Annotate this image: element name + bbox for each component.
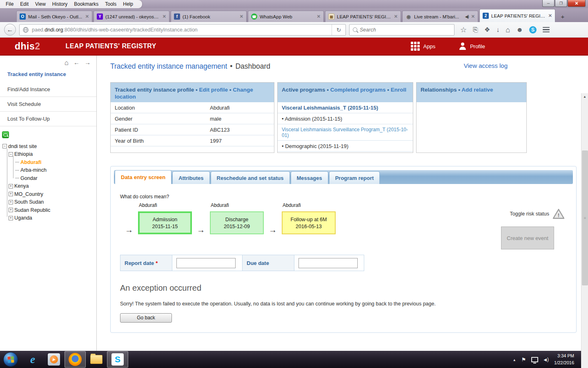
browser-tab-facebook[interactable]: (1) Facebook	[171, 11, 247, 22]
tree-node-label[interactable]: Gondar	[20, 175, 38, 181]
browser-tab-leap-registry-active[interactable]: LEAP PATIENTS' REGIST...	[479, 9, 555, 22]
media-player-icon[interactable]	[43, 351, 65, 368]
clipboard-icon[interactable]	[473, 27, 478, 33]
completed-programs-link[interactable]: Completed programs	[330, 87, 386, 93]
tab-close-icon[interactable]	[548, 13, 552, 18]
event-box-admission[interactable]: Admiission 2015-11-15	[138, 211, 192, 234]
sidebar-item-lost-to-follow-up[interactable]: Lost To Follow-Up	[0, 112, 96, 126]
org-unit-search-icon[interactable]	[2, 131, 9, 138]
tab-data-entry-screen[interactable]: Data entry screen	[115, 170, 172, 184]
search-input[interactable]	[360, 27, 451, 33]
tree-node-arba-minch[interactable]: Arba-minch	[2, 166, 96, 175]
risk-warning-icon[interactable]: !	[552, 209, 565, 219]
program-stage-demographic[interactable]: • Demographic (2015-11-19)	[278, 141, 413, 152]
page-scrollbar[interactable]	[581, 93, 588, 368]
browser-tab-whatsapp[interactable]: WhatsApp Web	[248, 11, 324, 22]
new-tab-button[interactable]	[557, 11, 568, 21]
tree-node-label-selected[interactable]: Abdurafi	[20, 159, 41, 165]
tab-close-icon[interactable]	[471, 14, 475, 19]
previous-icon[interactable]	[74, 59, 80, 67]
tree-node-label[interactable]: Ethiopia	[14, 151, 33, 157]
tree-node-label[interactable]: dndi test site	[8, 144, 37, 149]
event-box-discharge[interactable]: Discharge 2015-12-09	[210, 211, 264, 234]
skype-extension-icon[interactable]	[529, 26, 537, 34]
tree-node-label[interactable]: Kenya	[14, 183, 29, 189]
browser-tab-leap-registry[interactable]: LEAP PATIENTS' REGIST...	[325, 11, 401, 22]
next-icon[interactable]	[85, 59, 91, 67]
create-new-event-button[interactable]: Create new event	[501, 227, 554, 249]
tree-expand-icon[interactable]: +	[9, 192, 13, 196]
skype-icon[interactable]	[107, 351, 128, 368]
profile-menu[interactable]: Profile	[459, 43, 485, 50]
scrollbar-up-arrow[interactable]	[581, 93, 588, 100]
browser-tab-yahoo[interactable]: (1247 unread) - okeyose...	[94, 11, 169, 22]
tree-expand-icon[interactable]: +	[9, 208, 13, 212]
menu-file[interactable]: File	[2, 0, 17, 8]
menu-tools[interactable]: Tools	[102, 0, 120, 8]
report-date-input[interactable]	[176, 258, 236, 268]
what-do-colors-mean-link[interactable]: What do colors mean?	[120, 194, 169, 200]
tree-node-dndi-test-site[interactable]: − dndi test site	[2, 142, 96, 150]
scrollbar-thumb[interactable]	[582, 150, 588, 285]
program-entry-active[interactable]: Visceral Leishmaniasis_T (2015-11-15)	[278, 102, 413, 113]
sidebar-item-visit-schedule[interactable]: Visit Schedule	[0, 97, 96, 112]
tab-close-icon[interactable]	[163, 14, 166, 19]
tree-node-mo-country[interactable]: + MO_Country	[2, 190, 96, 198]
tree-node-label[interactable]: Arba-minch	[20, 167, 47, 173]
tree-node-gondar[interactable]: Gondar	[2, 174, 96, 182]
tree-collapse-icon[interactable]: −	[2, 144, 7, 148]
tree-node-south-sudan[interactable]: + South Sudan	[2, 198, 96, 206]
window-close-button[interactable]	[568, 0, 586, 7]
event-box-followup[interactable]: Follow-up at 6M 2016-05-13	[282, 211, 336, 234]
browser-tab-live-stream[interactable]: Live stream - M'bari...	[402, 11, 478, 22]
file-explorer-icon[interactable]	[86, 351, 107, 368]
window-restore-button[interactable]	[555, 0, 567, 7]
tab-close-icon[interactable]	[85, 14, 89, 19]
hello-chat-icon[interactable]	[516, 27, 523, 33]
tree-node-abdurafi[interactable]: Abdurafi	[2, 158, 96, 166]
volume-icon[interactable]	[543, 357, 549, 362]
enroll-link[interactable]: Enroll	[391, 87, 406, 93]
sidebar-item-find-add-instance[interactable]: Find/Add Instance	[0, 82, 96, 97]
scrollbar-down-arrow[interactable]	[581, 100, 588, 107]
browser-tab-outlook[interactable]: Mail - Seth Okeyo - Outl...	[16, 11, 92, 22]
back-button[interactable]	[4, 24, 16, 36]
add-relative-link[interactable]: Add relative	[461, 87, 493, 93]
dhis2-logo[interactable]: dhis2	[15, 41, 40, 52]
menu-bookmarks[interactable]: Bookmarks	[71, 0, 102, 8]
tree-expand-icon[interactable]: +	[9, 184, 13, 188]
menu-help[interactable]: Help	[120, 0, 136, 8]
internet-explorer-icon[interactable]	[22, 351, 43, 368]
edit-profile-link[interactable]: Edit profile	[199, 87, 228, 93]
reload-icon[interactable]	[332, 25, 345, 35]
firefox-icon[interactable]	[65, 351, 86, 368]
tab-reschedule-set-status[interactable]: Reschedule and set status	[211, 171, 290, 184]
menu-history[interactable]: History	[49, 0, 71, 8]
action-center-icon[interactable]	[521, 357, 526, 363]
tree-node-label[interactable]: MO_Country	[14, 191, 43, 197]
apps-menu[interactable]: Apps	[411, 42, 436, 51]
program-entry-surveillance[interactable]: Visceral Leishmaniasis Surveillance Prog…	[278, 124, 413, 141]
tree-node-label[interactable]: Sudan Republic	[14, 207, 50, 213]
bookmark-star-icon[interactable]	[460, 26, 467, 34]
tab-program-report[interactable]: Program report	[329, 171, 380, 184]
downloads-icon[interactable]	[496, 27, 499, 33]
tab-messages[interactable]: Messages	[291, 171, 328, 184]
tree-node-uganda[interactable]: + Uganda	[2, 214, 96, 222]
go-back-button[interactable]: Go back	[120, 313, 172, 323]
tree-expand-icon[interactable]: +	[9, 216, 13, 220]
home-shortcut-icon[interactable]	[65, 59, 69, 67]
tree-node-label[interactable]: South Sudan	[14, 199, 44, 205]
tab-audio-icon[interactable]	[465, 14, 469, 19]
program-stage-admission[interactable]: • Admiission (2015-11-15)	[278, 113, 413, 124]
tree-node-label[interactable]: Uganda	[14, 215, 32, 221]
tab-attributes[interactable]: Attributes	[172, 171, 209, 184]
due-date-input[interactable]	[298, 258, 358, 268]
taskbar-clock[interactable]: 3:34 PM 1/22/2016	[554, 352, 576, 366]
tray-expand-icon[interactable]	[513, 357, 516, 362]
network-icon[interactable]	[531, 357, 538, 362]
tab-close-icon[interactable]	[240, 14, 243, 19]
search-bar[interactable]	[349, 24, 454, 36]
home-icon[interactable]	[506, 26, 510, 34]
url-bar[interactable]: paed.dndi.org:8080/dhis/dhis-web-caseent…	[19, 24, 346, 36]
